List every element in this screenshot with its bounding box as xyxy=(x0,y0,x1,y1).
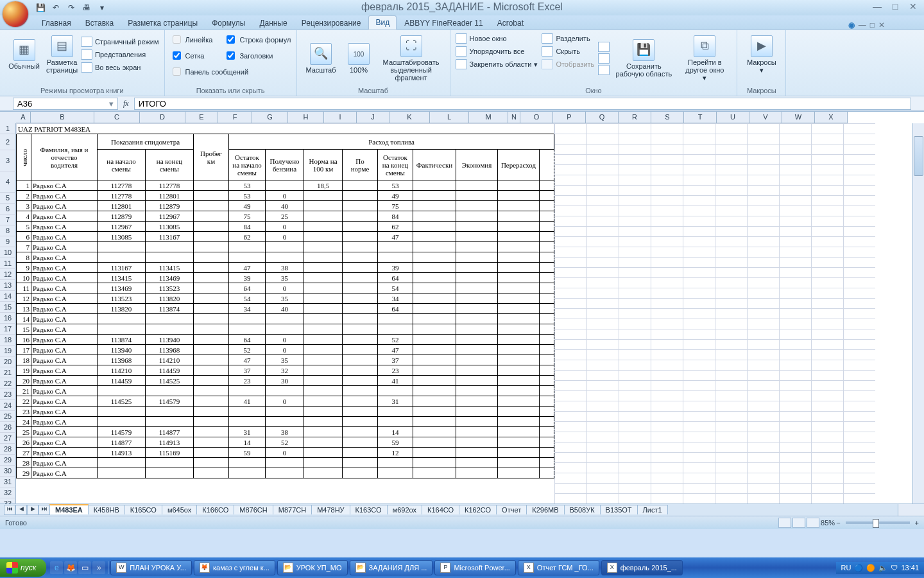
col-header[interactable]: S xyxy=(651,112,684,123)
row-header[interactable]: 11 xyxy=(0,258,16,269)
row-header[interactable]: 18 xyxy=(0,335,16,346)
vscroll-thumb[interactable] xyxy=(914,136,923,176)
row-header[interactable]: 24 xyxy=(0,400,16,411)
col-header[interactable]: V xyxy=(749,112,782,123)
ribbon-tab-4[interactable]: Данные xyxy=(253,17,293,30)
ribbon-tab-1[interactable]: Вставка xyxy=(79,17,121,30)
qat-undo-icon[interactable]: ↶ xyxy=(50,2,62,13)
sheet-tab[interactable]: К162СО xyxy=(459,505,497,514)
row-header[interactable]: 20 xyxy=(0,356,16,367)
sheet-tab[interactable]: М483ЕА xyxy=(49,504,89,514)
zoom-thumb[interactable] xyxy=(873,519,879,528)
col-header[interactable]: N xyxy=(508,112,520,123)
zoom-100-button[interactable]: 100100% xyxy=(340,33,378,84)
row-headers[interactable]: 1234567891011121314151617181920212223242… xyxy=(0,123,16,504)
zoom-out-button[interactable]: − xyxy=(836,519,840,527)
row-header[interactable]: 29 xyxy=(0,455,16,466)
row-header[interactable]: 21 xyxy=(0,367,16,378)
close-icon[interactable]: ✕ xyxy=(906,1,920,12)
row-header[interactable]: 6 xyxy=(0,204,16,215)
ribbon-tab-2[interactable]: Разметка страницы xyxy=(121,17,204,30)
maximize-icon[interactable]: □ xyxy=(888,1,902,12)
minimize-icon[interactable]: — xyxy=(870,1,884,12)
col-header[interactable]: W xyxy=(782,112,815,123)
row-header[interactable]: 7 xyxy=(0,215,16,225)
doc-close-icon[interactable]: ✕ xyxy=(878,21,885,30)
chk-grid[interactable]: Сетка xyxy=(170,49,213,62)
chk-formula-bar[interactable]: Строка формул xyxy=(224,33,291,46)
col-header[interactable]: I xyxy=(324,112,357,123)
taskbar-item[interactable]: 📂ЗАДАНИЯ ДЛЯ ... xyxy=(350,560,433,575)
col-header[interactable]: T xyxy=(684,112,717,123)
resetpos-icon[interactable] xyxy=(598,65,610,75)
col-header[interactable]: Q xyxy=(586,112,619,123)
row-header[interactable]: 25 xyxy=(0,411,16,422)
doc-min-icon[interactable]: — xyxy=(859,21,866,30)
taskbar-item[interactable]: WПЛАН УРОКА У... xyxy=(110,560,192,575)
office-button[interactable] xyxy=(3,1,28,27)
switch-window-button[interactable]: ⧉Перейти в другое окно ▾ xyxy=(678,33,732,84)
view-pagebreak-button[interactable]: Страничный режим xyxy=(81,36,159,48)
row-header[interactable]: 27 xyxy=(0,433,16,444)
ribbon-tab-3[interactable]: Формулы xyxy=(205,17,252,30)
select-all-button[interactable] xyxy=(0,112,17,124)
row-header[interactable]: 3 xyxy=(0,150,16,171)
row-header[interactable]: 26 xyxy=(0,422,16,433)
col-header[interactable]: E xyxy=(185,112,218,123)
ql-ff-icon[interactable]: 🦊 xyxy=(64,561,77,574)
row-header[interactable]: 13 xyxy=(0,280,16,291)
chk-msgpanel[interactable]: Панель сообщений xyxy=(170,65,291,78)
zoom-in-button[interactable]: + xyxy=(915,519,919,527)
sheet-tab[interactable]: К164СО xyxy=(422,505,459,514)
save-workspace-button[interactable]: 💾Сохранить рабочую область xyxy=(613,33,674,84)
row-header[interactable]: 19 xyxy=(0,346,16,356)
sheet-tab[interactable]: м645ох xyxy=(162,505,197,514)
row-header[interactable]: 22 xyxy=(0,378,16,389)
row-header[interactable]: 17 xyxy=(0,324,16,335)
formula-input[interactable]: ИТОГО xyxy=(134,98,911,110)
view-normal-icon[interactable] xyxy=(778,518,791,528)
view-fullscreen-button[interactable]: Во весь экран xyxy=(81,62,159,73)
zoom-fit-button[interactable]: ⛶Масштабировать выделенный фрагмент xyxy=(378,33,445,84)
sheet-tab[interactable]: В135ОТ xyxy=(600,505,638,514)
row-header[interactable]: 2 xyxy=(0,134,16,150)
row-header[interactable]: 15 xyxy=(0,302,16,313)
ribbon-tab-5[interactable]: Рецензирование xyxy=(295,17,368,30)
row-header[interactable]: 16 xyxy=(0,313,16,324)
sheet-tab[interactable]: М478НУ xyxy=(311,505,350,514)
view-pagelayout-button[interactable]: ▤Разметка страницы xyxy=(43,33,81,76)
sheet-tab[interactable]: К163СО xyxy=(350,505,388,514)
chk-headers[interactable]: Заголовки xyxy=(224,49,291,62)
row-header[interactable]: 12 xyxy=(0,269,16,280)
tray-icon-4[interactable]: 🛡 xyxy=(891,564,898,572)
qat-redo-icon[interactable]: ↷ xyxy=(65,2,77,13)
sheet-tab[interactable]: К458НВ xyxy=(88,505,125,514)
sheet-tab[interactable]: м692ох xyxy=(387,505,422,514)
col-header[interactable]: R xyxy=(619,112,651,123)
col-header[interactable]: L xyxy=(430,112,469,123)
column-headers[interactable]: ABCDEFGHIJKLMNOPQRSTUVWX xyxy=(16,112,913,123)
ql-more-icon[interactable]: » xyxy=(92,561,105,574)
chk-ruler[interactable]: Линейка xyxy=(170,33,213,46)
unhide-button[interactable]: Отобразить xyxy=(542,58,594,70)
arrange-button[interactable]: Упорядочить все xyxy=(456,46,538,57)
row-header[interactable]: 14 xyxy=(0,291,16,302)
col-header[interactable]: C xyxy=(94,112,140,123)
zoom-slider[interactable] xyxy=(846,521,910,524)
taskbar-item[interactable]: XОтчет ГСМ _ГО... xyxy=(518,560,599,575)
row-header[interactable]: 5 xyxy=(0,193,16,204)
zoom-button[interactable]: 🔍Масштаб xyxy=(302,33,340,84)
col-header[interactable]: F xyxy=(218,112,252,123)
row-header[interactable]: 8 xyxy=(0,225,16,236)
sheet-tab[interactable]: В508УК xyxy=(564,505,601,514)
ribbon-tab-8[interactable]: Acrobat xyxy=(491,17,530,30)
ribbon-tab-6[interactable]: Вид xyxy=(368,15,397,30)
qat-save-icon[interactable]: 💾 xyxy=(35,2,46,13)
name-box[interactable]: A36▾ xyxy=(13,98,118,110)
col-header[interactable]: X xyxy=(815,112,848,123)
lang-indicator[interactable]: RU xyxy=(841,564,851,572)
tray-icon-2[interactable]: 🟠 xyxy=(866,564,875,572)
row-header[interactable]: 4 xyxy=(0,171,16,193)
row-header[interactable]: 9 xyxy=(0,236,16,247)
view-pagebreak-icon[interactable] xyxy=(807,518,819,528)
